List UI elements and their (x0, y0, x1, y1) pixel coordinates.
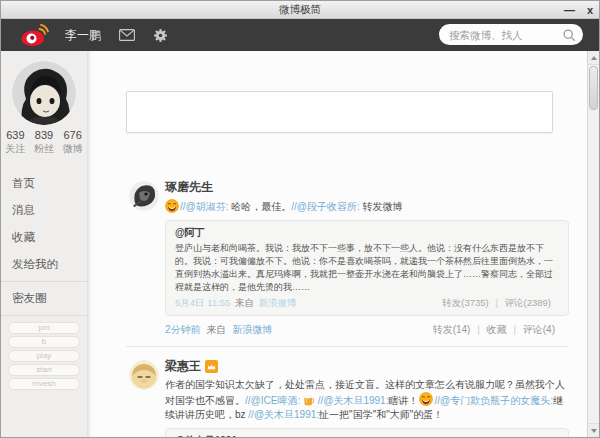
quoted-repost-link[interactable]: 转发(3735) (442, 297, 488, 308)
sidebar-item-close-friends[interactable]: 密友圈 (1, 285, 87, 312)
search-input[interactable] (439, 24, 583, 45)
vip-badge-icon (205, 360, 218, 373)
weibo-logo-icon[interactable] (19, 22, 49, 48)
group-pill-play[interactable]: play (8, 350, 80, 362)
via-prefix: 来自 (235, 297, 254, 308)
group-pill-b[interactable]: b (8, 336, 80, 348)
stat-following[interactable]: 639 关注 (1, 129, 30, 156)
laugh-emoji-icon (419, 392, 433, 406)
sidebar-item-mentions[interactable]: 发给我的 (1, 251, 87, 278)
mention-link[interactable]: //@关木旦1991: (318, 395, 389, 406)
window-title: 微博极简 (279, 3, 321, 17)
header-bar: 李一鹏 (1, 19, 599, 51)
sidebar-item-messages[interactable]: 消息 (1, 197, 87, 224)
post-body-text: 作者的国学知识太欠缺了，处处雷点，接近文盲。这样的文章怎么有说服力呢？虽然我个人… (165, 378, 569, 422)
profile-avatar[interactable] (12, 61, 76, 125)
scroll-up-button[interactable] (588, 51, 599, 65)
quoted-meta: 5月4日 11:55 来自 新浪微博 (175, 297, 297, 310)
feed-post: 梁惠王 作者的国学知识太欠缺了，处处雷点，接近文盲。这样的文章怎么有说服力呢？虽… (129, 358, 569, 437)
scroll-down-button[interactable] (588, 423, 599, 437)
up-arrow-icon (591, 56, 597, 60)
text-segment: 瞎讲！ (388, 395, 418, 406)
current-username[interactable]: 李一鹏 (65, 27, 101, 44)
quoted-author[interactable]: @阿丁 (175, 226, 559, 240)
search-icon[interactable] (563, 28, 576, 46)
repost-button[interactable]: 转发(14) (433, 324, 471, 335)
post-timestamp-link[interactable]: 2分钟前 (165, 324, 201, 335)
separator: | (513, 324, 516, 335)
scrollbar-thumb[interactable] (589, 66, 598, 110)
comment-segment: 转发微博 (360, 201, 403, 212)
sidebar-divider (1, 281, 87, 282)
sidebar-menu: 首页 消息 收藏 发给我的 密友圈 (1, 170, 87, 316)
mention-link[interactable]: //@段子收容所: (291, 201, 360, 212)
favorite-button[interactable]: 收藏 (487, 324, 507, 335)
via-prefix: 来自 (206, 324, 226, 335)
post-author-avatar[interactable] (129, 360, 159, 390)
post-meta: 2分钟前 来自 新浪微博 (165, 323, 272, 337)
close-button[interactable]: x (587, 1, 593, 19)
post-source-link[interactable]: 新浪微博 (232, 324, 272, 335)
minimize-button[interactable]: — (564, 1, 575, 19)
feed-divider (126, 346, 569, 347)
quoted-source-link[interactable]: 新浪微博 (259, 297, 297, 308)
post-comment-text: //@胡淑芬: 哈哈，最佳。//@段子收容所: 转发微博 (165, 199, 569, 214)
sidebar-groups: pm b play start mvesh (1, 322, 87, 390)
sidebar: 639 关注 839 粉丝 676 微博 首页 消息 收藏 发给我的 密友圈 p… (1, 51, 87, 437)
quoted-comment-link[interactable]: 评论(2389) (505, 297, 551, 308)
beer-emoji-icon (304, 394, 314, 406)
group-pill-pm[interactable]: pm (8, 322, 80, 334)
stat-followers[interactable]: 839 粉丝 (30, 129, 59, 156)
separator: | (495, 297, 497, 308)
quoted-actions: 转发(3735) | 评论(2389) (442, 297, 559, 310)
sidebar-item-favorites[interactable]: 收藏 (1, 224, 87, 251)
mention-link[interactable]: //@专门欺负瓶子的女魔头: (434, 395, 553, 406)
post-author-name[interactable]: 琢磨先生 (165, 179, 213, 196)
text-segment: 扯一把"国学"和"大师"的蛋！ (319, 409, 443, 420)
post-author-avatar[interactable] (129, 181, 159, 211)
mention-link[interactable]: //@关木旦1991: (248, 409, 319, 420)
group-pill-start[interactable]: start (8, 364, 80, 376)
mail-icon[interactable] (119, 29, 135, 41)
quoted-author[interactable]: @关木旦1991 (175, 434, 559, 437)
group-pill-mvesh[interactable]: mvesh (8, 378, 80, 390)
stat-weibos[interactable]: 676 微博 (58, 129, 87, 156)
sidebar-item-home[interactable]: 首页 (1, 170, 87, 197)
profile-stats: 639 关注 839 粉丝 676 微博 (1, 129, 87, 156)
title-bar: 微博极简 — x (1, 1, 599, 19)
post-author-name[interactable]: 梁惠王 (165, 358, 201, 375)
mention-link[interactable]: //@胡淑芬: (180, 201, 229, 212)
quoted-post[interactable]: @阿丁 登庐山与老和尚喝茶。我说：我放不下一些事，放不下一些人。他说：没有什么东… (165, 220, 569, 316)
quoted-post[interactable]: @关木旦1991 所谓的国学大师，大多是后人吹捧出来的名头，真正做学问的人从来不… (165, 428, 569, 437)
main-feed-panel: 琢磨先生 //@胡淑芬: 哈哈，最佳。//@段子收容所: 转发微博 @阿丁 登庐… (87, 51, 587, 437)
feed-post: 琢磨先生 //@胡淑芬: 哈哈，最佳。//@段子收容所: 转发微博 @阿丁 登庐… (129, 179, 569, 337)
comment-button[interactable]: 评论(4) (523, 324, 555, 335)
sidebar-divider (1, 315, 87, 316)
post-actions: 转发(14) | 收藏 | 评论(4) (433, 323, 555, 337)
quoted-timestamp[interactable]: 5月4日 11:55 (175, 297, 230, 308)
mention-link[interactable]: //@ICE啤酒: (245, 395, 300, 406)
settings-gear-icon[interactable] (153, 28, 168, 43)
quoted-text: 登庐山与老和尚喝茶。我说：我放不下一些事，放不下一些人。他说：没有什么东西是放不… (175, 242, 559, 294)
separator: | (477, 324, 480, 335)
app-window: 微博极简 — x 李一鹏 (0, 0, 600, 438)
comment-segment: 哈哈，最佳。 (229, 201, 292, 212)
down-arrow-icon (591, 429, 597, 433)
compose-input[interactable] (126, 91, 553, 133)
laugh-emoji-icon (165, 199, 179, 213)
scrollbar[interactable] (587, 51, 599, 437)
